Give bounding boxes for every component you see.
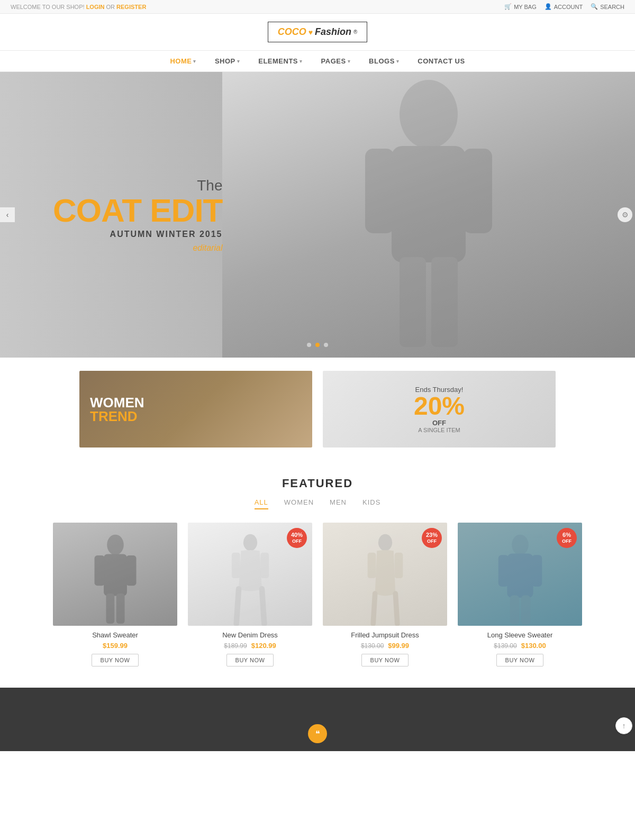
bag-button[interactable]: 🛒 MY BAG (504, 3, 537, 10)
svg-rect-16 (260, 552, 269, 578)
svg-rect-2 (365, 149, 394, 233)
svg-rect-27 (521, 595, 530, 624)
nav-pages[interactable]: PAGES ▾ (321, 57, 351, 65)
logo-fashion: Fashion (315, 26, 351, 38)
search-button[interactable]: 🔍 SEARCH (591, 3, 624, 10)
svg-rect-20 (367, 552, 376, 578)
nav-elements[interactable]: ELEMENTS ▾ (258, 57, 302, 65)
nav-home[interactable]: HOME ▾ (170, 57, 196, 65)
promo-off-label: OFF (414, 419, 465, 427)
search-icon: 🔍 (591, 3, 598, 10)
buy-button-2[interactable]: BUY NOW (226, 654, 274, 666)
product-image-2: 40% OFF (188, 523, 312, 626)
search-label: SEARCH (600, 4, 624, 10)
nav-shop[interactable]: SHOP ▾ (215, 57, 240, 65)
login-link[interactable]: LOGIN (86, 4, 105, 10)
svg-rect-26 (510, 595, 519, 624)
svg-point-0 (400, 80, 458, 149)
buy-button-4[interactable]: BUY NOW (496, 654, 544, 666)
nav-blogs[interactable]: BLOGS ▾ (369, 57, 399, 65)
product-prices-4: $139.00 $130.00 (458, 642, 582, 650)
badge-pct-3: 23% (426, 532, 438, 538)
main-navigation: HOME ▾ SHOP ▾ ELEMENTS ▾ PAGES ▾ BLOGS ▾… (0, 50, 635, 72)
welcome-message: WELCOME TO OUR SHOP! LOGIN OR REGISTER (11, 4, 146, 10)
nav-elements-label: ELEMENTS (258, 57, 298, 65)
buy-button-3[interactable]: BUY NOW (361, 654, 409, 666)
hero-banner: The COAT EDIT AUTUMN WINTER 2015 editari… (0, 72, 635, 358)
product-image-3: 23% OFF (323, 523, 447, 626)
settings-icon[interactable]: ⚙ (618, 207, 632, 222)
product-price-sale-2: $120.99 (251, 642, 276, 650)
svg-rect-8 (94, 555, 104, 586)
svg-rect-24 (498, 555, 508, 587)
tab-men[interactable]: MEN (330, 498, 347, 509)
promo-text-women: WOMEN TREND (90, 396, 144, 423)
badge-4: 6% OFF (557, 528, 577, 548)
tab-kids[interactable]: KIDS (362, 498, 380, 509)
dot-1[interactable] (307, 343, 311, 347)
badge-2: 40% OFF (287, 528, 307, 548)
hero-editorial-link[interactable]: editarial (53, 243, 223, 253)
welcome-text: WELCOME TO OUR SHOP! (11, 4, 85, 10)
product-model-2 (213, 533, 287, 626)
footer-dark: ❝ (0, 688, 635, 751)
dot-3[interactable] (324, 343, 328, 347)
nav-contact[interactable]: CONTACT US (418, 57, 465, 65)
svg-point-17 (378, 534, 392, 551)
badge-off-3: OFF (427, 538, 437, 544)
badge-pct-4: 6% (563, 532, 571, 538)
product-price-1: $159.99 (103, 642, 128, 650)
dot-2[interactable] (315, 343, 320, 347)
nav-shop-label: SHOP (215, 57, 235, 65)
promo-banner-women[interactable]: WOMEN TREND (79, 371, 312, 448)
svg-point-22 (512, 534, 529, 555)
account-button[interactable]: 👤 ACCOUNT (545, 3, 583, 10)
promo-section: WOMEN TREND Ends Thursday! 20% OFF A SIN… (0, 358, 635, 461)
quote-button[interactable]: ❝ (308, 724, 327, 743)
buy-button-1[interactable]: BUY NOW (92, 654, 139, 666)
badge-off-4: OFF (562, 538, 572, 544)
account-icon: 👤 (545, 3, 552, 10)
promo-text-sale: Ends Thursday! 20% OFF A SINGLE ITEM (414, 386, 465, 433)
nav-contact-label: CONTACT US (418, 57, 465, 65)
register-link[interactable]: REGISTER (116, 4, 146, 10)
product-name-2: New Denim Dress (188, 631, 312, 639)
tab-women[interactable]: WOMEN (284, 498, 314, 509)
svg-rect-21 (394, 552, 403, 578)
scroll-up-button[interactable]: ↑ (615, 717, 632, 734)
product-image-1 (53, 523, 177, 626)
product-prices-2: $189.99 $120.99 (188, 642, 312, 650)
slider-prev-button[interactable]: ‹ (0, 207, 15, 222)
product-prices-1: $159.99 (53, 642, 177, 650)
badge-3: 23% OFF (422, 528, 442, 548)
tab-all[interactable]: ALL (255, 498, 268, 509)
hero-text-block: The COAT EDIT AUTUMN WINTER 2015 editari… (53, 177, 223, 253)
svg-rect-25 (531, 555, 541, 587)
bag-icon: 🛒 (504, 3, 512, 10)
svg-rect-3 (463, 149, 492, 233)
top-bar-right: 🛒 MY BAG 👤 ACCOUNT 🔍 SEARCH (504, 3, 624, 10)
badge-pct-2: 40% (291, 532, 303, 538)
nav-blogs-label: BLOGS (369, 57, 395, 65)
product-card-4: 6% OFF Long Sleeve Sweater $139.00 $130.… (458, 523, 582, 666)
or-text: OR (106, 4, 115, 10)
svg-rect-7 (104, 554, 127, 596)
logo[interactable]: COCO ♥ Fashion ® (268, 22, 368, 42)
svg-line-13 (236, 589, 238, 624)
featured-tabs: ALL WOMEN MEN KIDS (53, 498, 582, 509)
product-image-4: 6% OFF (458, 523, 582, 626)
svg-point-6 (107, 534, 124, 555)
product-model-4 (483, 533, 557, 626)
nav-pages-label: PAGES (321, 57, 346, 65)
product-card-2: 40% OFF New Denim Dress $189.99 $120.99 … (188, 523, 312, 666)
product-name-1: Shawl Sweater (53, 631, 177, 639)
svg-rect-15 (231, 552, 240, 578)
featured-title: FEATURED (53, 477, 582, 490)
logo-heart: ♥ (309, 28, 313, 36)
svg-line-18 (373, 594, 375, 624)
svg-point-12 (243, 534, 257, 551)
account-label: ACCOUNT (554, 4, 583, 10)
nav-blogs-arrow: ▾ (396, 59, 400, 64)
promo-banner-sale[interactable]: Ends Thursday! 20% OFF A SINGLE ITEM (323, 371, 556, 448)
promo-women-label: WOMEN (90, 396, 144, 409)
